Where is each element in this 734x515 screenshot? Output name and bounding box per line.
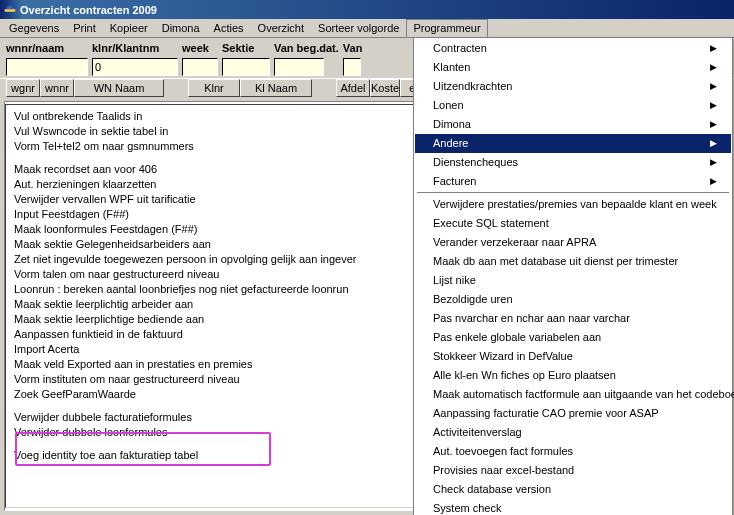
submenu-arrow-icon: ▶ <box>710 174 717 189</box>
menu-bar: GegevensPrintKopieerDimonaActiesOverzich… <box>0 19 734 38</box>
menu-item[interactable]: Alle kl-en Wn fiches op Euro plaatsen <box>415 366 731 385</box>
menu-item-label: Provisies naar excel-bestand <box>433 463 574 478</box>
submenu-arrow-icon: ▶ <box>710 98 717 113</box>
menu-item[interactable]: Maak db aan met database uit dienst per … <box>415 252 731 271</box>
menu-acties[interactable]: Acties <box>207 19 251 37</box>
filter-label: week <box>182 42 218 56</box>
menu-item-label: Activiteitenverslag <box>433 425 522 440</box>
submenu-arrow-icon: ▶ <box>710 155 717 170</box>
column-header[interactable]: Afdel <box>336 79 370 97</box>
menu-item-label: Check database version <box>433 482 551 497</box>
menu-item-label: Aanpassing facturatie CAO premie voor AS… <box>433 406 659 421</box>
menu-item-label: Aut. toevoegen fact formules <box>433 444 573 459</box>
menu-item-label: Dienstencheques <box>433 155 518 170</box>
column-header[interactable]: WN Naam <box>74 79 164 97</box>
menu-print[interactable]: Print <box>66 19 103 37</box>
menu-overzicht[interactable]: Overzicht <box>251 19 311 37</box>
filter-label: klnr/Klantnm <box>92 42 178 56</box>
submenu-arrow-icon: ▶ <box>710 117 717 132</box>
menu-item-label: Execute SQL statement <box>433 216 549 231</box>
menu-item[interactable]: Pas enkele globale variabelen aan <box>415 328 731 347</box>
menu-item[interactable]: Check database version <box>415 480 731 499</box>
menu-item-label: System check <box>433 501 501 515</box>
filter-label: Van beg.dat. <box>274 42 339 56</box>
menu-programmeur[interactable]: Programmeur <box>406 19 487 37</box>
menu-item[interactable]: System check <box>415 499 731 515</box>
menu-item-label: Andere <box>433 136 468 151</box>
menu-item[interactable]: Lonen▶ <box>415 96 731 115</box>
menu-item[interactable]: Dienstencheques▶ <box>415 153 731 172</box>
menu-item-label: Stokkeer Wizard in DefValue <box>433 349 573 364</box>
menu-item-label: Facturen <box>433 174 476 189</box>
menu-item-label: Maak automatisch factformule aan uitgaan… <box>433 387 734 402</box>
menu-item-label: Maak db aan met database uit dienst per … <box>433 254 678 269</box>
menu-item[interactable]: Aut. toevoegen fact formules <box>415 442 731 461</box>
menu-kopieer[interactable]: Kopieer <box>103 19 155 37</box>
filter-label: Van <box>343 42 363 56</box>
filter-input-week[interactable] <box>182 58 218 76</box>
column-header[interactable]: Klnr <box>188 79 240 97</box>
submenu-arrow-icon: ▶ <box>710 79 717 94</box>
app-icon <box>3 3 17 17</box>
menu-gegevens[interactable]: Gegevens <box>2 19 66 37</box>
menu-item-label: Lonen <box>433 98 464 113</box>
menu-item[interactable]: Bezoldigde uren <box>415 290 731 309</box>
filter-input-klnr-klantnm[interactable] <box>92 58 178 76</box>
column-header[interactable]: wnnr <box>40 79 74 97</box>
filter-input-wnnr-naam[interactable] <box>6 58 88 76</box>
submenu-arrow-icon: ▶ <box>710 136 717 151</box>
programmeur-dropdown: Contracten▶Klanten▶Uitzendkrachten▶Lonen… <box>413 37 733 515</box>
filter-label: Sektie <box>222 42 270 56</box>
column-header[interactable]: Koste <box>370 79 400 97</box>
menu-item[interactable]: Maak automatisch factformule aan uitgaan… <box>415 385 731 404</box>
menu-item[interactable]: Facturen▶ <box>415 172 731 191</box>
filter-input-sektie[interactable] <box>222 58 270 76</box>
menu-item[interactable]: Klanten▶ <box>415 58 731 77</box>
svg-rect-0 <box>5 9 16 12</box>
menu-item[interactable]: Pas nvarchar en nchar aan naar varchar <box>415 309 731 328</box>
menu-item[interactable]: Provisies naar excel-bestand <box>415 461 731 480</box>
menu-item-label: Lijst nike <box>433 273 476 288</box>
menu-item-label: Dimona <box>433 117 471 132</box>
menu-item-label: Uitzendkrachten <box>433 79 513 94</box>
submenu-arrow-icon: ▶ <box>710 41 717 56</box>
menu-item[interactable]: Aanpassing facturatie CAO premie voor AS… <box>415 404 731 423</box>
menu-item-label: Bezoldigde uren <box>433 292 513 307</box>
submenu-arrow-icon: ▶ <box>710 60 717 75</box>
menu-sorteer-volgorde[interactable]: Sorteer volgorde <box>311 19 406 37</box>
menu-item-label: Verwijdere prestaties/premies van bepaal… <box>433 197 717 212</box>
window-title: Overzicht contracten 2009 <box>20 4 157 16</box>
filter-label: wnnr/naam <box>6 42 88 56</box>
filter-input-van[interactable] <box>343 58 361 76</box>
menu-item[interactable]: Dimona▶ <box>415 115 731 134</box>
menu-item[interactable]: Stokkeer Wizard in DefValue <box>415 347 731 366</box>
menu-item-label: Verander verzekeraar naar APRA <box>433 235 596 250</box>
menu-item[interactable]: Verwijdere prestaties/premies van bepaal… <box>415 195 731 214</box>
menu-item-label: Klanten <box>433 60 470 75</box>
menu-item-label: Contracten <box>433 41 487 56</box>
menu-item[interactable]: Activiteitenverslag <box>415 423 731 442</box>
menu-item[interactable]: Andere▶ <box>415 134 731 153</box>
column-header[interactable]: Kl Naam <box>240 79 312 97</box>
title-bar: Overzicht contracten 2009 <box>0 0 734 19</box>
menu-item-label: Alle kl-en Wn fiches op Euro plaatsen <box>433 368 616 383</box>
menu-item[interactable]: Lijst nike <box>415 271 731 290</box>
menu-dimona[interactable]: Dimona <box>155 19 207 37</box>
menu-item[interactable]: Verander verzekeraar naar APRA <box>415 233 731 252</box>
menu-item[interactable]: Uitzendkrachten▶ <box>415 77 731 96</box>
menu-item-label: Pas enkele globale variabelen aan <box>433 330 601 345</box>
menu-item-label: Pas nvarchar en nchar aan naar varchar <box>433 311 630 326</box>
filter-input-van-beg-dat-[interactable] <box>274 58 324 76</box>
menu-item[interactable]: Execute SQL statement <box>415 214 731 233</box>
column-header[interactable]: wgnr <box>6 79 40 97</box>
menu-item[interactable]: Contracten▶ <box>415 39 731 58</box>
menu-separator <box>417 192 729 194</box>
